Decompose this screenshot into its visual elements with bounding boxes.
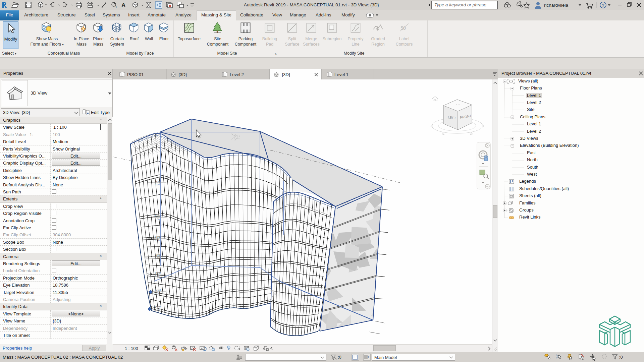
svg-text:Level: Level [155,215,161,217]
svg-text:0.00: 0.00 [155,292,160,295]
svg-text:0.00: 0.00 [155,183,160,186]
svg-text:Level: Level [155,289,161,291]
svg-text:Level: Level [155,305,161,308]
svg-text:0.00: 0.00 [155,257,160,259]
svg-text::0: :0 [619,355,623,360]
svg-text:?: ? [602,3,604,8]
svg-text:Level: Level [155,180,161,182]
svg-text:1: 1 [115,5,117,9]
svg-text:Level: Level [155,254,161,256]
svg-text:0.00: 0.00 [155,239,160,241]
svg-text:0.00: 0.00 [155,309,160,311]
svg-text:0.00: 0.00 [155,218,160,221]
svg-text:Level: Level [155,272,161,274]
svg-text:Level: Level [155,236,161,238]
svg-text:richardvilela: richardvilela [544,3,569,8]
svg-text:0.00: 0.00 [155,275,160,277]
svg-text:Type a keyword or phrase: Type a keyword or phrase [434,2,486,7]
svg-text:A: A [121,2,125,8]
